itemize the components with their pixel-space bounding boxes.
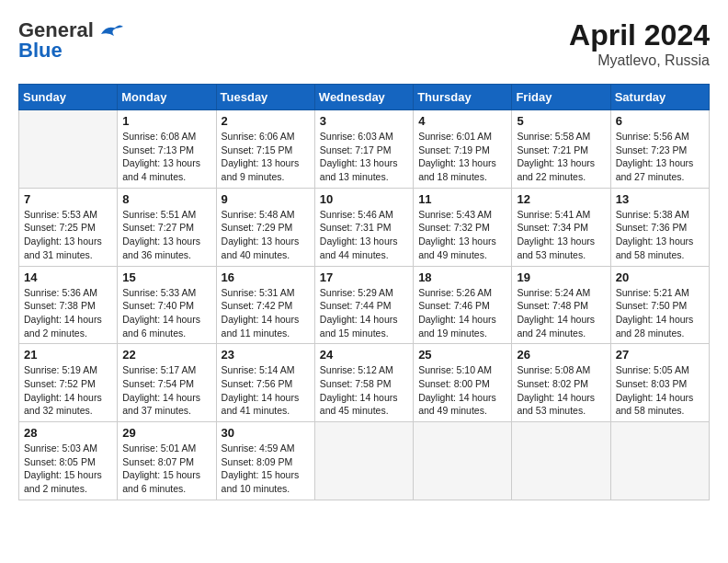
day-cell: 4Sunrise: 6:01 AM Sunset: 7:19 PM Daylig…	[414, 110, 512, 189]
day-number: 26	[517, 348, 605, 362]
day-number: 7	[24, 192, 112, 206]
day-number: 23	[222, 348, 310, 362]
day-cell: 10Sunrise: 5:46 AM Sunset: 7:31 PM Dayli…	[314, 188, 413, 266]
header-cell-sunday: Sunday	[19, 85, 118, 110]
day-cell: 8Sunrise: 5:51 AM Sunset: 7:27 PM Daylig…	[118, 188, 216, 266]
day-cell: 21Sunrise: 5:19 AM Sunset: 7:52 PM Dayli…	[19, 344, 118, 422]
day-info: Sunrise: 5:08 AM Sunset: 8:02 PM Dayligh…	[517, 363, 605, 418]
day-info: Sunrise: 5:46 AM Sunset: 7:31 PM Dayligh…	[320, 208, 408, 262]
day-info: Sunrise: 5:17 AM Sunset: 7:54 PM Dayligh…	[122, 363, 210, 418]
day-number: 16	[222, 270, 310, 284]
day-cell: 22Sunrise: 5:17 AM Sunset: 7:54 PM Dayli…	[118, 344, 216, 422]
day-cell: 7Sunrise: 5:53 AM Sunset: 7:25 PM Daylig…	[19, 188, 118, 266]
day-number: 24	[320, 348, 408, 362]
day-info: Sunrise: 5:05 AM Sunset: 8:03 PM Dayligh…	[616, 363, 704, 418]
week-row-5: 28Sunrise: 5:03 AM Sunset: 8:05 PM Dayli…	[19, 422, 710, 500]
day-info: Sunrise: 5:21 AM Sunset: 7:50 PM Dayligh…	[616, 286, 704, 340]
day-number: 12	[517, 192, 605, 206]
day-number: 21	[24, 348, 112, 362]
day-info: Sunrise: 5:38 AM Sunset: 7:36 PM Dayligh…	[616, 208, 704, 262]
header-cell-wednesday: Wednesday	[314, 85, 413, 110]
day-cell: 24Sunrise: 5:12 AM Sunset: 7:58 PM Dayli…	[314, 344, 413, 422]
header-cell-monday: Monday	[118, 85, 216, 110]
day-info: Sunrise: 6:06 AM Sunset: 7:15 PM Dayligh…	[222, 130, 310, 184]
day-number: 13	[616, 192, 704, 206]
day-cell	[314, 422, 413, 500]
day-info: Sunrise: 5:24 AM Sunset: 7:48 PM Dayligh…	[517, 286, 605, 340]
day-info: Sunrise: 5:31 AM Sunset: 7:42 PM Dayligh…	[222, 286, 310, 340]
header-row: SundayMondayTuesdayWednesdayThursdayFrid…	[19, 85, 710, 110]
page-header: General Blue April 2024 Myatlevo, Russia	[18, 18, 710, 69]
day-number: 22	[122, 348, 210, 362]
calendar-table: SundayMondayTuesdayWednesdayThursdayFrid…	[18, 84, 710, 500]
day-cell: 27Sunrise: 5:05 AM Sunset: 8:03 PM Dayli…	[610, 344, 709, 422]
day-cell: 28Sunrise: 5:03 AM Sunset: 8:05 PM Dayli…	[19, 422, 118, 500]
day-info: Sunrise: 5:26 AM Sunset: 7:46 PM Dayligh…	[418, 286, 506, 340]
logo-bird-icon	[97, 18, 123, 42]
day-number: 4	[418, 114, 506, 128]
day-cell: 9Sunrise: 5:48 AM Sunset: 7:29 PM Daylig…	[216, 188, 314, 266]
day-cell	[512, 422, 610, 500]
day-info: Sunrise: 5:51 AM Sunset: 7:27 PM Dayligh…	[122, 208, 210, 262]
day-number: 10	[320, 192, 408, 206]
day-number: 25	[418, 348, 506, 362]
day-cell: 15Sunrise: 5:33 AM Sunset: 7:40 PM Dayli…	[118, 266, 216, 344]
day-info: Sunrise: 5:29 AM Sunset: 7:44 PM Dayligh…	[320, 286, 408, 340]
day-number: 8	[122, 192, 210, 206]
week-row-4: 21Sunrise: 5:19 AM Sunset: 7:52 PM Dayli…	[19, 344, 710, 422]
header-cell-tuesday: Tuesday	[216, 85, 314, 110]
page-title: April 2024	[569, 18, 710, 52]
day-cell	[610, 422, 709, 500]
day-info: Sunrise: 5:36 AM Sunset: 7:38 PM Dayligh…	[24, 286, 112, 340]
day-info: Sunrise: 5:56 AM Sunset: 7:23 PM Dayligh…	[616, 130, 704, 184]
day-number: 9	[222, 192, 310, 206]
day-number: 5	[517, 114, 605, 128]
day-cell: 6Sunrise: 5:56 AM Sunset: 7:23 PM Daylig…	[610, 110, 709, 189]
day-info: Sunrise: 6:03 AM Sunset: 7:17 PM Dayligh…	[320, 130, 408, 184]
header-cell-thursday: Thursday	[414, 85, 512, 110]
day-cell: 5Sunrise: 5:58 AM Sunset: 7:21 PM Daylig…	[512, 110, 610, 189]
header-cell-saturday: Saturday	[610, 85, 709, 110]
day-info: Sunrise: 5:41 AM Sunset: 7:34 PM Dayligh…	[517, 208, 605, 262]
day-cell: 25Sunrise: 5:10 AM Sunset: 8:00 PM Dayli…	[414, 344, 512, 422]
day-info: Sunrise: 6:08 AM Sunset: 7:13 PM Dayligh…	[122, 130, 210, 184]
header-cell-friday: Friday	[512, 85, 610, 110]
day-info: Sunrise: 5:58 AM Sunset: 7:21 PM Dayligh…	[517, 130, 605, 184]
day-number: 15	[122, 270, 210, 284]
day-number: 11	[418, 192, 506, 206]
day-cell: 11Sunrise: 5:43 AM Sunset: 7:32 PM Dayli…	[414, 188, 512, 266]
day-cell: 14Sunrise: 5:36 AM Sunset: 7:38 PM Dayli…	[19, 266, 118, 344]
day-number: 20	[616, 270, 704, 284]
day-number: 14	[24, 270, 112, 284]
page-subtitle: Myatlevo, Russia	[569, 52, 710, 69]
logo-blue-text: Blue	[18, 39, 63, 63]
day-info: Sunrise: 5:33 AM Sunset: 7:40 PM Dayligh…	[122, 286, 210, 340]
day-number: 3	[320, 114, 408, 128]
day-info: Sunrise: 5:19 AM Sunset: 7:52 PM Dayligh…	[24, 363, 112, 418]
day-number: 28	[24, 426, 112, 440]
day-number: 19	[517, 270, 605, 284]
day-number: 17	[320, 270, 408, 284]
day-info: Sunrise: 5:43 AM Sunset: 7:32 PM Dayligh…	[418, 208, 506, 262]
day-number: 29	[122, 426, 210, 440]
day-cell: 16Sunrise: 5:31 AM Sunset: 7:42 PM Dayli…	[216, 266, 314, 344]
day-info: Sunrise: 6:01 AM Sunset: 7:19 PM Dayligh…	[418, 130, 506, 184]
day-cell: 23Sunrise: 5:14 AM Sunset: 7:56 PM Dayli…	[216, 344, 314, 422]
logo: General Blue	[18, 18, 123, 63]
day-cell: 12Sunrise: 5:41 AM Sunset: 7:34 PM Dayli…	[512, 188, 610, 266]
week-row-3: 14Sunrise: 5:36 AM Sunset: 7:38 PM Dayli…	[19, 266, 710, 344]
day-info: Sunrise: 5:10 AM Sunset: 8:00 PM Dayligh…	[418, 363, 506, 418]
day-info: Sunrise: 5:03 AM Sunset: 8:05 PM Dayligh…	[24, 442, 112, 496]
title-block: April 2024 Myatlevo, Russia	[569, 18, 710, 69]
day-number: 2	[222, 114, 310, 128]
day-number: 18	[418, 270, 506, 284]
week-row-2: 7Sunrise: 5:53 AM Sunset: 7:25 PM Daylig…	[19, 188, 710, 266]
day-cell: 17Sunrise: 5:29 AM Sunset: 7:44 PM Dayli…	[314, 266, 413, 344]
day-number: 6	[616, 114, 704, 128]
day-cell: 29Sunrise: 5:01 AM Sunset: 8:07 PM Dayli…	[118, 422, 216, 500]
day-cell: 1Sunrise: 6:08 AM Sunset: 7:13 PM Daylig…	[118, 110, 216, 189]
day-cell: 18Sunrise: 5:26 AM Sunset: 7:46 PM Dayli…	[414, 266, 512, 344]
day-info: Sunrise: 5:53 AM Sunset: 7:25 PM Dayligh…	[24, 208, 112, 262]
day-cell: 20Sunrise: 5:21 AM Sunset: 7:50 PM Dayli…	[610, 266, 709, 344]
day-cell: 3Sunrise: 6:03 AM Sunset: 7:17 PM Daylig…	[314, 110, 413, 189]
